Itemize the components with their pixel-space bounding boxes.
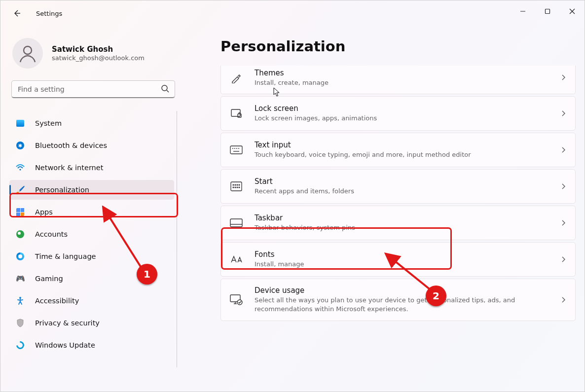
user-profile[interactable]: Satwick Ghosh satwick_ghosh@outlook.com: [9, 35, 177, 77]
sidebar-item-time-language[interactable]: Time & language: [9, 247, 174, 266]
svg-rect-1: [546, 9, 550, 14]
setting-device-usage[interactable]: Device usage Select all the ways you pla…: [220, 279, 576, 321]
svg-point-23: [233, 187, 234, 188]
sidebar-item-personalization[interactable]: 🖌️ Personalization: [9, 180, 174, 200]
sidebar-item-label: Privacy & security: [35, 319, 100, 327]
svg-point-22: [239, 184, 240, 185]
themes-icon: [230, 72, 243, 83]
setting-subtitle: Select all the ways you plan to use your…: [255, 296, 548, 313]
person-icon: [15, 229, 25, 239]
system-icon: [15, 118, 25, 128]
svg-point-19: [233, 184, 234, 185]
device-usage-icon: [230, 294, 243, 305]
svg-rect-27: [230, 219, 242, 227]
setting-subtitle: Taskbar behaviors, system pins: [255, 223, 548, 232]
bluetooth-icon: ✱: [15, 141, 25, 150]
window-title: Settings: [36, 10, 62, 17]
search-icon: [160, 84, 170, 96]
sidebar-item-windows-update[interactable]: Windows Update: [9, 335, 174, 355]
sidebar-item-label: Network & internet: [35, 164, 103, 172]
wifi-icon: [15, 163, 25, 173]
svg-line-7: [167, 90, 169, 92]
sidebar-item-label: Accessibility: [35, 297, 79, 305]
svg-point-8: [19, 169, 21, 170]
sidebar-item-label: System: [35, 119, 62, 127]
setting-title: Themes: [255, 69, 548, 77]
sidebar-item-label: Personalization: [35, 186, 89, 194]
sidebar-item-label: Apps: [35, 208, 53, 216]
setting-title: Fonts: [255, 250, 548, 259]
setting-title: Text input: [255, 141, 548, 149]
page-title: Personalization: [220, 38, 576, 55]
setting-fonts[interactable]: Fonts Install, manage: [220, 242, 576, 277]
chevron-right-icon: [560, 295, 566, 305]
svg-point-6: [162, 85, 167, 91]
sidebar-item-bluetooth[interactable]: ✱ Bluetooth & devices: [9, 136, 174, 155]
setting-subtitle: Install, manage: [255, 260, 548, 269]
setting-title: Start: [255, 177, 548, 186]
setting-subtitle: Install, create, manage: [255, 78, 548, 87]
setting-subtitle: Lock screen images, apps, animations: [255, 114, 548, 123]
sidebar-item-privacy[interactable]: Privacy & security: [9, 313, 174, 333]
sidebar-item-accessibility[interactable]: Accessibility: [9, 291, 174, 311]
sidebar-item-label: Windows Update: [35, 341, 95, 349]
accessibility-icon: [15, 296, 25, 306]
maximize-button[interactable]: [535, 0, 560, 22]
close-button[interactable]: [560, 0, 585, 22]
setting-title: Lock screen: [255, 104, 548, 113]
chevron-right-icon: [560, 182, 566, 191]
svg-rect-11: [238, 114, 241, 117]
setting-taskbar[interactable]: Taskbar Taskbar behaviors, system pins: [220, 206, 576, 240]
chevron-right-icon: [560, 255, 566, 264]
annotation-badge-1: 1: [137, 264, 157, 285]
svg-rect-12: [230, 146, 242, 154]
user-email: satwick_ghosh@outlook.com: [52, 54, 145, 62]
chevron-right-icon: [560, 73, 566, 82]
sidebar-item-system[interactable]: System: [9, 113, 174, 133]
taskbar-icon: [230, 218, 243, 227]
sidebar-item-accounts[interactable]: Accounts: [9, 224, 174, 244]
svg-point-26: [239, 187, 240, 188]
annotation-badge-2: 2: [426, 285, 446, 306]
search-wrap: [11, 80, 175, 98]
svg-point-21: [237, 184, 238, 185]
setting-lock-screen[interactable]: Lock screen Lock screen images, apps, an…: [220, 96, 576, 131]
sidebar-item-network[interactable]: Network & internet: [9, 158, 174, 178]
setting-title: Device usage: [255, 286, 548, 295]
lock-screen-icon: [230, 108, 243, 119]
svg-rect-18: [231, 182, 242, 191]
setting-title: Taskbar: [255, 214, 548, 222]
keyboard-icon: [230, 145, 243, 154]
chevron-right-icon: [560, 218, 566, 228]
setting-subtitle: Recent apps and items, folders: [255, 187, 548, 196]
back-button[interactable]: [9, 6, 24, 21]
apps-icon: [15, 207, 25, 217]
user-name: Satwick Ghosh: [52, 45, 145, 54]
sidebar-nav[interactable]: System ✱ Bluetooth & devices Network & i…: [9, 111, 177, 367]
sidebar-item-label: Bluetooth & devices: [35, 142, 107, 149]
setting-subtitle: Touch keyboard, voice typing, emoji and …: [255, 150, 548, 159]
search-input[interactable]: [11, 80, 175, 98]
svg-point-5: [24, 46, 32, 54]
settings-list: Themes Install, create, manage Lock scre…: [220, 66, 576, 321]
paintbrush-icon: 🖌️: [15, 185, 25, 195]
main-content: Personalization Themes Install, create, …: [183, 26, 585, 392]
chevron-right-icon: [560, 145, 566, 155]
svg-point-20: [235, 184, 236, 185]
update-icon: [15, 340, 25, 350]
minimize-button[interactable]: [511, 0, 535, 22]
gamepad-icon: 🎮: [15, 274, 25, 284]
sidebar-item-label: Time & language: [35, 252, 96, 260]
sidebar-item-label: Gaming: [35, 275, 63, 283]
sidebar: Satwick Ghosh satwick_ghosh@outlook.com …: [0, 26, 183, 392]
setting-text-input[interactable]: Text input Touch keyboard, voice typing,…: [220, 133, 576, 167]
start-icon: [230, 181, 243, 191]
sidebar-item-label: Accounts: [35, 230, 68, 238]
window-controls: [511, 0, 585, 22]
svg-point-24: [235, 187, 236, 188]
setting-start[interactable]: Start Recent apps and items, folders: [220, 169, 576, 204]
sidebar-item-apps[interactable]: Apps: [9, 202, 174, 222]
shield-icon: [15, 318, 25, 328]
globe-clock-icon: [15, 251, 25, 261]
setting-themes[interactable]: Themes Install, create, manage: [220, 66, 576, 94]
